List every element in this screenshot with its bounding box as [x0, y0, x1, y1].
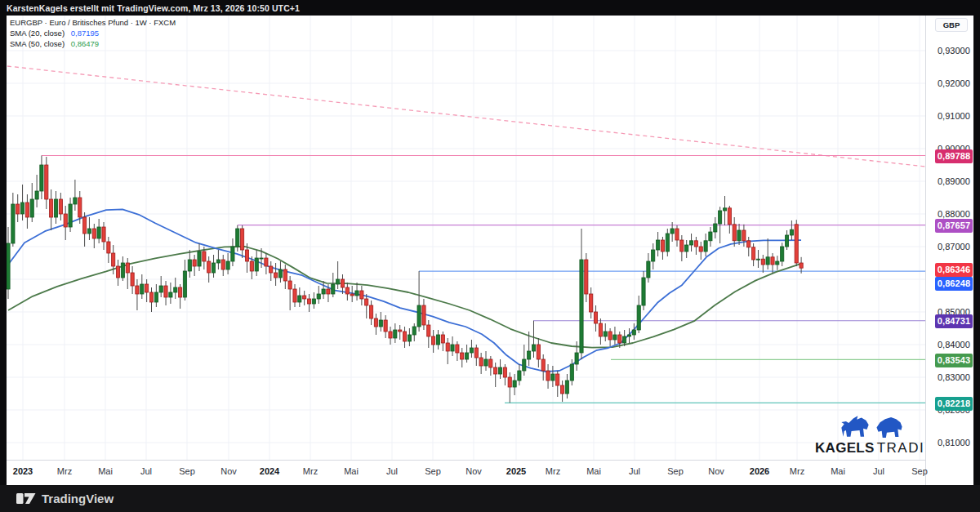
candle-down [608, 332, 612, 340]
candle-up [652, 250, 655, 261]
price-tick-label: 0,81000 [938, 438, 970, 447]
candle-up [613, 335, 617, 340]
candle-down [494, 367, 497, 374]
currency-button[interactable]: GBP [935, 18, 968, 32]
price-tick-label: 0,88000 [938, 209, 970, 219]
time-tick-label: Mai [586, 466, 601, 476]
candle-up [30, 199, 33, 217]
candle-up [785, 235, 788, 247]
price-tick-label: 0,92000 [938, 78, 970, 88]
tradingview-chart-window: KarstenKagels erstellt mit TradingView.c… [0, 0, 980, 512]
price-level-label[interactable]: 0,87657 [935, 219, 973, 233]
candle-down [221, 260, 225, 269]
candle-up [317, 294, 320, 299]
candle-up [704, 241, 707, 252]
time-tick-label: Jul [873, 466, 884, 476]
candle-down [274, 273, 278, 278]
candle-down [795, 225, 798, 263]
kagels-trading-logo: KAGELSTRADING [815, 411, 929, 456]
candle-up [670, 229, 674, 234]
candle-up [169, 292, 172, 297]
price-level-label[interactable]: 0,82218 [935, 397, 973, 411]
candle-down [427, 325, 430, 336]
time-tick-label: Sep [911, 466, 928, 476]
candle-down [327, 289, 330, 294]
price-level-label[interactable]: 0,83543 [935, 354, 973, 367]
candle-up [260, 258, 263, 259]
candle-up [231, 247, 234, 261]
price-level-label[interactable]: 0,89788 [935, 149, 973, 163]
time-tick-label: Mrz [303, 466, 318, 476]
chart-canvas[interactable] [0, 0, 925, 460]
candle-up [723, 208, 726, 211]
time-tick-label: Nov [220, 466, 237, 476]
candle-up [298, 296, 301, 302]
candle-down [728, 208, 731, 225]
tradingview-logo-text[interactable]: TradingView [42, 492, 114, 505]
time-tick-label: Nov [466, 466, 482, 476]
candle-down [116, 266, 119, 278]
candle-up [121, 263, 124, 278]
price-tick-label: 0,87000 [938, 242, 970, 252]
candle-up [484, 359, 488, 366]
time-tick-label: Nov [708, 466, 724, 476]
candle-up [709, 232, 712, 241]
candle-up [412, 327, 416, 335]
price-level-label[interactable]: 0,84731 [935, 314, 973, 328]
candle-up [666, 234, 669, 252]
candle-up [685, 245, 688, 252]
tradingview-logo-icon[interactable] [16, 492, 36, 506]
candle-up [451, 345, 454, 351]
candle-down [771, 257, 774, 265]
candle-up [551, 374, 555, 381]
candle-down [25, 203, 29, 217]
candle-up [379, 320, 382, 327]
price-axis[interactable]: GBP 0,930000,920000,910000,900000,890000… [925, 16, 973, 485]
candle-up [159, 286, 163, 292]
candle-down [541, 359, 545, 371]
candle-up [689, 241, 693, 245]
candle-down [561, 385, 564, 394]
candle-down [45, 165, 48, 199]
candle-up [647, 261, 650, 278]
sma20-label: SMA (20, close) [10, 29, 65, 38]
candle-up [35, 191, 38, 199]
price-level-label[interactable]: 0,86248 [935, 277, 973, 291]
candle-down [78, 198, 82, 217]
candle-down [699, 247, 702, 252]
candle-down [341, 279, 344, 287]
sma20-legend-row: SMA (20, close) 0,87195 [10, 28, 176, 38]
candle-down [479, 358, 483, 366]
candle-up [417, 305, 421, 327]
symbol-title: EURGBP · Euro / Britisches Pfund · 1W · … [10, 17, 176, 28]
candle-up [54, 199, 57, 217]
candle-down [131, 273, 134, 286]
time-tick-label: Jul [140, 466, 152, 476]
candle-down [179, 287, 182, 297]
candle-up [580, 260, 583, 353]
candle-up [623, 336, 626, 343]
candle-up [97, 227, 100, 238]
candle-down [446, 343, 449, 351]
candle-down [752, 247, 755, 260]
candle-down [136, 286, 139, 294]
candle-up [40, 165, 43, 191]
candle-down [503, 367, 506, 377]
price-level-label[interactable]: 0,86346 [935, 263, 973, 277]
time-tick-label: 2024 [260, 466, 279, 476]
candle-down [16, 204, 20, 214]
candle-down [265, 258, 268, 266]
time-axis[interactable]: 2023MrzMaiJulSepNov2024MrzMaiJulSepNov20… [0, 460, 925, 485]
candle-up [632, 330, 635, 335]
price-tick-label: 0,93000 [938, 46, 970, 56]
candle-down [250, 261, 253, 271]
candle-down [149, 292, 153, 302]
candle-down [350, 294, 354, 296]
candle-down [585, 260, 588, 294]
candle-down [245, 250, 248, 261]
candle-up [198, 252, 201, 266]
candle-down [747, 241, 751, 247]
candle-up [188, 260, 191, 271]
candle-down [599, 323, 602, 336]
candle-up [355, 291, 359, 296]
